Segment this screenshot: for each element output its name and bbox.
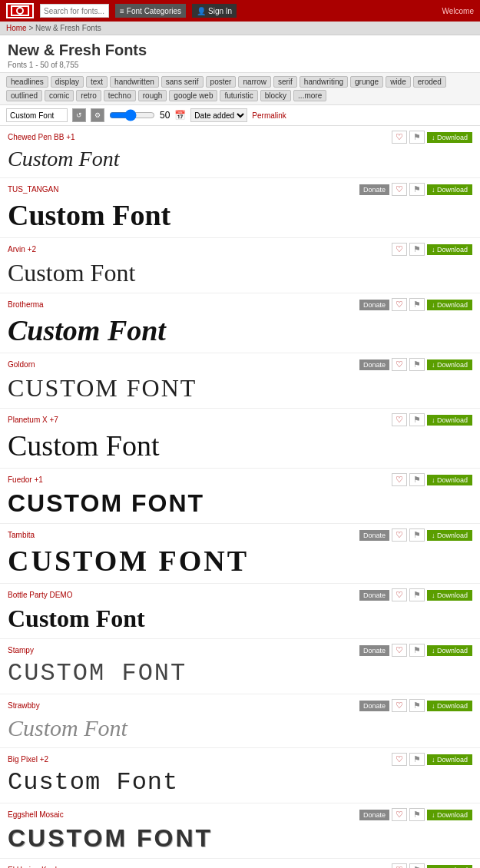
- filter-tag-techno[interactable]: techno: [104, 90, 136, 101]
- download-button[interactable]: ↓ Download: [427, 300, 472, 310]
- sort-select[interactable]: Date added Name Downloads: [190, 108, 247, 122]
- report-button[interactable]: ⚑: [409, 753, 425, 766]
- font-name-row: Chewed Pen BB +1♡⚑↓ Download: [8, 131, 472, 144]
- report-button[interactable]: ⚑: [409, 243, 425, 256]
- favorite-button[interactable]: ♡: [392, 588, 407, 601]
- preview-text-input[interactable]: [6, 108, 68, 122]
- font-name-link[interactable]: Planetum X +7: [8, 416, 58, 424]
- filter-tag-handwritten[interactable]: handwritten: [110, 76, 159, 88]
- donate-button[interactable]: Donate: [359, 300, 389, 310]
- download-button[interactable]: ↓ Download: [427, 810, 472, 820]
- settings-icon[interactable]: ⚙: [91, 108, 104, 122]
- report-button[interactable]: ⚑: [409, 699, 425, 712]
- favorite-button[interactable]: ♡: [392, 808, 407, 821]
- filter-tag-outlined[interactable]: outlined: [6, 90, 42, 101]
- font-name-link[interactable]: Tambita: [8, 531, 35, 539]
- filter-tag-rough[interactable]: rough: [138, 90, 167, 101]
- donate-button[interactable]: Donate: [359, 530, 389, 541]
- favorite-button[interactable]: ♡: [392, 863, 407, 868]
- filter-tag-text[interactable]: text: [86, 76, 108, 88]
- font-name-link[interactable]: TUS_TANGAN: [8, 185, 59, 194]
- signin-button[interactable]: 👤 Sign In: [192, 4, 237, 18]
- filter-tag-google-web[interactable]: google web: [169, 90, 217, 101]
- report-button[interactable]: ⚑: [409, 131, 425, 144]
- report-button[interactable]: ⚑: [409, 528, 425, 542]
- report-button[interactable]: ⚑: [409, 413, 425, 426]
- favorite-button[interactable]: ♡: [392, 473, 407, 486]
- font-name-link[interactable]: Chewed Pen BB +1: [8, 133, 75, 141]
- report-button[interactable]: ⚑: [409, 808, 425, 821]
- font-name-link[interactable]: Stampy: [8, 646, 34, 654]
- filter-tag-grunge[interactable]: grunge: [350, 76, 383, 88]
- search-input[interactable]: [40, 4, 109, 18]
- breadcrumb-home[interactable]: Home: [6, 24, 27, 32]
- font-name-link[interactable]: Brotherma: [8, 300, 44, 309]
- download-button[interactable]: ↓ Download: [427, 701, 472, 711]
- filter-tag-futuristic[interactable]: futuristic: [220, 90, 257, 101]
- filter-tag-handwriting[interactable]: handwriting: [300, 76, 348, 88]
- donate-button[interactable]: Donate: [359, 184, 389, 195]
- favorite-button[interactable]: ♡: [392, 243, 407, 256]
- report-button[interactable]: ⚑: [409, 473, 425, 486]
- download-button[interactable]: ↓ Download: [427, 415, 472, 426]
- breadcrumb: Home > New & Fresh Fonts: [0, 22, 480, 35]
- filter-tag-...more[interactable]: ...more: [293, 90, 326, 101]
- filter-tag-sans-serif[interactable]: sans serif: [161, 76, 204, 88]
- donate-button[interactable]: Donate: [359, 359, 389, 370]
- donate-button[interactable]: Donate: [359, 701, 389, 711]
- reset-icon[interactable]: ↺: [72, 108, 86, 122]
- donate-button[interactable]: Donate: [359, 810, 389, 820]
- font-name-label: Stampy: [8, 646, 34, 654]
- font-item: TUS_TANGANDonate♡⚑↓ DownloadCustom Font: [0, 178, 480, 238]
- filter-tag-display[interactable]: display: [51, 76, 84, 88]
- favorite-button[interactable]: ♡: [392, 753, 407, 766]
- download-button[interactable]: ↓ Download: [427, 244, 472, 255]
- report-button[interactable]: ⚑: [409, 358, 425, 371]
- font-name-link[interactable]: Eggshell Mosaic: [8, 810, 64, 819]
- filter-tag-headlines[interactable]: headlines: [6, 76, 48, 88]
- report-button[interactable]: ⚑: [409, 588, 425, 601]
- favorite-button[interactable]: ♡: [392, 183, 407, 196]
- download-button[interactable]: ↓ Download: [427, 184, 472, 195]
- favorite-button[interactable]: ♡: [392, 644, 407, 657]
- filter-tag-wide[interactable]: wide: [386, 76, 411, 88]
- download-button[interactable]: ↓ Download: [427, 590, 472, 601]
- categories-button[interactable]: ≡ Font Categories: [115, 4, 186, 18]
- download-button[interactable]: ↓ Download: [427, 475, 472, 485]
- report-button[interactable]: ⚑: [409, 298, 425, 311]
- font-name-link[interactable]: Bottle Party DEMO: [8, 591, 72, 599]
- donate-button[interactable]: Donate: [359, 590, 389, 601]
- font-name-link[interactable]: Big Pixel +2: [8, 755, 48, 764]
- favorite-button[interactable]: ♡: [392, 298, 407, 311]
- filter-tag-retro[interactable]: retro: [76, 90, 101, 101]
- logo[interactable]: [6, 3, 34, 18]
- filter-tag-eroded[interactable]: eroded: [413, 76, 446, 88]
- size-slider[interactable]: [109, 109, 155, 121]
- donate-button[interactable]: Donate: [359, 645, 389, 656]
- font-name-link[interactable]: Strawbby: [8, 701, 40, 710]
- download-button[interactable]: ↓ Download: [427, 754, 472, 765]
- filter-tag-serif[interactable]: serif: [273, 76, 297, 88]
- report-button[interactable]: ⚑: [409, 863, 425, 868]
- font-name-link[interactable]: Goldorn: [8, 360, 35, 369]
- download-button[interactable]: ↓ Download: [427, 132, 472, 143]
- font-name-link[interactable]: Fuedor +1: [8, 475, 43, 484]
- font-name-link[interactable]: Arvin +2: [8, 245, 36, 253]
- report-button[interactable]: ⚑: [409, 183, 425, 196]
- filter-tag-poster[interactable]: poster: [206, 76, 237, 88]
- report-button[interactable]: ⚑: [409, 644, 425, 657]
- favorite-button[interactable]: ♡: [392, 131, 407, 144]
- download-button[interactable]: ↓ Download: [427, 359, 472, 370]
- download-button[interactable]: ↓ Download: [427, 645, 472, 656]
- download-button[interactable]: ↓ Download: [427, 865, 472, 869]
- download-button[interactable]: ↓ Download: [427, 530, 472, 541]
- favorite-button[interactable]: ♡: [392, 413, 407, 426]
- favorite-button[interactable]: ♡: [392, 358, 407, 371]
- filter-tag-narrow[interactable]: narrow: [238, 76, 271, 88]
- font-item: Bottle Party DEMODonate♡⚑↓ DownloadCusto…: [0, 584, 480, 639]
- favorite-button[interactable]: ♡: [392, 699, 407, 712]
- filter-tag-comic[interactable]: comic: [45, 90, 74, 101]
- permalink-button[interactable]: Permalink: [252, 111, 286, 120]
- filter-tag-blocky[interactable]: blocky: [260, 90, 291, 101]
- favorite-button[interactable]: ♡: [392, 528, 407, 542]
